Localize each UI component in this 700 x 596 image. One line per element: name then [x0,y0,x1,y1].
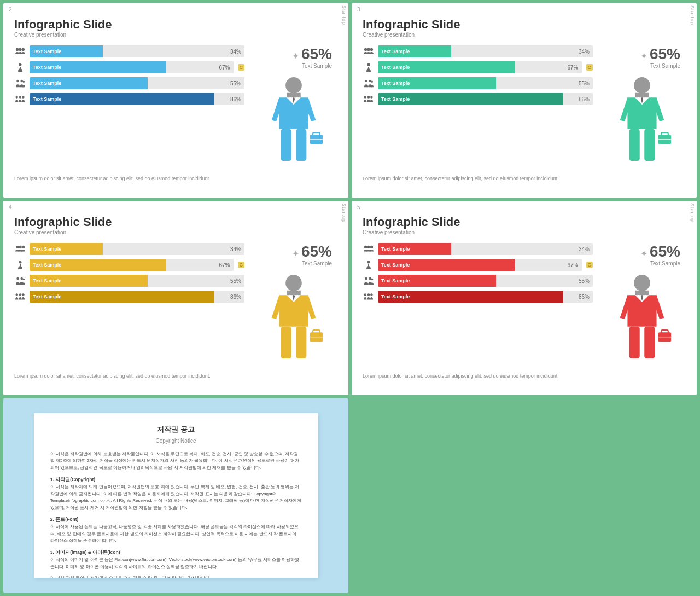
person-figure-2 [609,77,675,170]
startup-label-1: Startup [340,3,348,27]
svg-rect-12 [287,93,301,98]
startup-label-4: Startup [688,201,697,225]
bar-container-0-2: Text Sample 55% [30,77,244,89]
person-figure-4 [609,274,675,367]
big-stat-2: ✦ 65% Text Sample [598,45,686,69]
svg-rect-32 [644,129,655,161]
svg-point-36 [16,246,19,248]
slide-4: 5 Startup Infographic Slide Creative pre… [352,201,697,395]
bar-row-0-2: Text Sample 55% [14,77,244,89]
svg-point-60 [369,277,371,280]
bar-fill-2-0: Text Sample [30,243,103,255]
svg-point-8 [15,96,18,99]
lorem-3: Lorem ipsum dolor sit amet, consectetur … [14,373,337,380]
lorem-4: Lorem ipsum dolor sit amet, consectetur … [363,373,686,380]
svg-point-27 [368,96,370,99]
bar-row-3-3: Text Sample 86% [363,291,593,303]
slide-number-4: 5 [357,204,360,210]
svg-point-61 [371,279,374,281]
svg-point-54 [364,246,367,248]
svg-point-19 [367,48,370,51]
svg-rect-66 [635,291,649,296]
bar-container-0-3: Text Sample 86% [30,93,244,105]
svg-point-7 [23,81,25,83]
bar-row-3-2: Text Sample 55% [363,275,593,287]
svg-rect-50 [296,327,306,358]
svg-rect-48 [287,291,301,296]
svg-point-44 [15,293,18,296]
svg-point-45 [19,293,22,296]
slide-3: 4 Startup Infographic Slide Creative pre… [3,201,348,395]
lorem-2: Lorem ipsum dolor sit amet, consectetur … [363,175,686,183]
svg-point-65 [634,275,650,291]
svg-point-28 [370,96,373,99]
svg-point-24 [369,80,371,83]
figure-section-1: ✦ 65% Text Sample [250,45,337,170]
bar-row-2-0: Text Sample 34% [14,243,244,255]
svg-point-29 [634,77,650,94]
svg-rect-49 [281,327,291,358]
bar-fill-1-0: Text Sample [378,45,451,57]
bar-icon-2-0 [14,244,26,254]
slide-content-1: Text Sample 34% Text Sample 67% C [14,45,337,170]
big-stat-4: ✦ 65% Text Sample [598,243,686,267]
bar-fill-2-1: Text Sample [30,259,166,271]
slide-subtitle-1: Creative presentation [14,32,337,38]
big-stat-1: ✦ 65% Text Sample [250,45,337,69]
bar-fill-3-3: Text Sample [378,291,563,303]
svg-point-10 [22,96,25,99]
bar-fill-3-2: Text Sample [378,275,496,287]
svg-point-18 [364,48,367,51]
bar-row-1-2: Text Sample 55% [363,77,593,89]
slide-title-1: Infographic Slide [14,18,337,32]
svg-rect-13 [281,129,291,161]
bar-container-1-2: Text Sample 55% [378,77,593,89]
slide-number-2: 3 [357,7,360,13]
bar-row-1-0: Text Sample 34% [363,45,593,57]
bar-icon-0-1 [14,62,26,72]
svg-point-41 [16,277,19,280]
bar-container-1-1: Text Sample 67% [378,61,582,73]
bar-fill-0-0: Text Sample [30,45,103,57]
bar-container-1-3: Text Sample 86% [378,93,593,105]
bar-icon-2-2 [14,276,26,286]
slide-number-1: 2 [9,7,12,13]
svg-point-59 [365,277,368,280]
svg-rect-30 [635,93,649,98]
svg-rect-22 [368,67,369,70]
svg-point-26 [364,96,366,99]
bar-row-0-3: Text Sample 86% [14,93,244,105]
svg-rect-52 [313,330,320,333]
bars-section-3: Text Sample 34% Text Sample 67% C [14,243,244,306]
bar-icon-0-2 [14,78,26,88]
bar-icon-3-0 [363,244,375,254]
svg-rect-31 [629,129,640,161]
svg-point-5 [16,80,19,83]
copyright-footer: 이 서식 관련 문의나 저작권 이슈가 있으신 경우 연락 주시기 바랍니다. … [50,575,301,578]
bar-fill-2-2: Text Sample [30,275,148,287]
bar-container-3-0: Text Sample 34% [378,243,593,255]
figure-section-2: ✦ 65% Text Sample [598,45,686,170]
svg-point-43 [23,279,25,281]
bars-section-1: Text Sample 34% Text Sample 67% C [14,45,244,109]
person-figure-1 [261,77,326,170]
bar-container-2-1: Text Sample 67% [30,259,234,271]
svg-rect-40 [20,264,21,267]
svg-point-9 [19,96,22,99]
bar-icon-1-3 [363,94,375,104]
svg-rect-58 [368,264,369,267]
slide-1: 2 Startup Infographic Slide Creative pre… [3,3,348,198]
slide-2: 3 Startup Infographic Slide Creative pre… [352,3,697,198]
bar-container-3-3: Text Sample 86% [378,291,593,303]
bar-container-2-0: Text Sample 34% [30,243,244,255]
bar-icon-0-3 [14,94,26,104]
svg-point-47 [285,275,302,291]
svg-rect-34 [661,132,668,136]
copyright-section1: 1. 저작권(Copyright) 이 서식은 저작자에 의해 만들어졌으며, … [50,476,301,512]
copyright-section3: 3. 이미지(image) & 아이콘(icon) 이 서식의 이미지 및 아이… [50,549,301,570]
slide-title-4: Infographic Slide [363,215,686,229]
bar-fill-0-1: Text Sample [30,61,166,73]
bar-fill-1-3: Text Sample [378,93,563,105]
bar-container-0-1: Text Sample 67% [30,61,234,73]
svg-point-38 [22,246,25,248]
